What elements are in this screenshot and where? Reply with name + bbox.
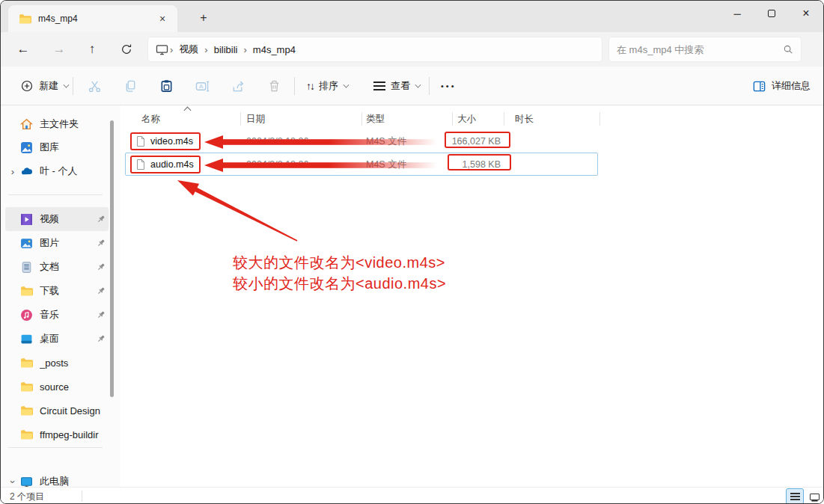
new-tab-button[interactable]: + — [194, 8, 213, 28]
chevron-right-icon[interactable]: › — [5, 166, 20, 177]
sidebar-item-music[interactable]: 音乐 — [5, 303, 109, 327]
toolbar-separator — [429, 77, 430, 95]
large-icons-view-toggle[interactable] — [805, 488, 823, 504]
sidebar-item-documents[interactable]: 文档 — [5, 255, 109, 279]
paste-button[interactable] — [153, 74, 180, 98]
column-header-duration[interactable]: 时长 — [515, 113, 534, 126]
cut-button[interactable] — [82, 74, 108, 98]
sidebar-item-label: 音乐 — [40, 308, 97, 322]
sidebar-item-label: _posts — [40, 357, 109, 369]
search-icon[interactable] — [783, 44, 793, 55]
details-view-toggle[interactable] — [786, 488, 804, 504]
breadcrumb-sep-icon: › — [168, 44, 174, 55]
share-button[interactable] — [225, 74, 251, 98]
minimize-button[interactable]: ─ — [720, 1, 754, 26]
sidebar-divider — [8, 447, 103, 448]
sidebar-item-source[interactable]: source — [5, 375, 109, 399]
column-header-type[interactable]: 类型 — [366, 113, 385, 126]
plus-circle-icon — [20, 79, 34, 93]
folder-icon — [20, 405, 33, 417]
details-view-icon — [790, 496, 800, 497]
folder-icon — [20, 381, 33, 393]
sidebar-item-label: 叶 - 个人 — [40, 165, 109, 178]
column-header-size[interactable]: 大小 — [457, 113, 476, 126]
videos-icon — [20, 213, 33, 226]
toolbar-separator — [294, 77, 295, 95]
tab-close-icon[interactable]: × — [155, 11, 170, 26]
sidebar-item-circuit-design[interactable]: Circuit Design — [5, 399, 109, 422]
sidebar-item-label: 下载 — [40, 284, 97, 298]
sidebar-item-videos[interactable]: 视频 — [5, 207, 109, 231]
sort-arrows-icon: ↑↓ — [306, 80, 314, 92]
forward-button[interactable]: → — [47, 37, 71, 61]
sidebar-item-label: 文档 — [40, 260, 97, 274]
sort-ascending-icon — [184, 107, 192, 114]
breadcrumb-item-m4s_mp4[interactable]: m4s_mp4 — [248, 44, 300, 55]
breadcrumb-item-videos[interactable]: 视频 — [174, 43, 203, 56]
sidebar-item-label: source — [40, 381, 109, 393]
details-pane-label: 详细信息 — [772, 79, 811, 93]
documents-icon — [20, 261, 33, 274]
this-pc-icon[interactable] — [156, 43, 168, 56]
sidebar-item-home[interactable]: 主文件夹 — [5, 112, 109, 136]
sidebar-item-gallery[interactable]: 图库 — [5, 135, 109, 159]
rename-button[interactable]: A — [189, 74, 216, 98]
file-type: M4S 文件 — [366, 154, 406, 176]
list-header: 名称 日期 类型 大小 时长 — [120, 108, 614, 129]
sidebar-item-label: 桌面 — [40, 332, 97, 345]
new-button[interactable]: 新建 — [14, 74, 75, 98]
new-button-label: 新建 — [39, 79, 58, 93]
sort-button[interactable]: ↑↓ 排序 — [300, 74, 355, 98]
annotation-line-2: 较小的文件改名为<audio.m4s> — [233, 273, 446, 294]
ellipsis-icon: ••• — [441, 82, 457, 90]
search-box — [608, 37, 802, 62]
large-icons-view-icon — [810, 494, 820, 500]
maximize-icon — [768, 10, 775, 17]
search-input[interactable] — [617, 44, 783, 55]
paste-icon — [159, 79, 174, 93]
column-header-date[interactable]: 日期 — [246, 113, 265, 126]
pin-icon — [97, 215, 106, 224]
sidebar-item-label: 主文件夹 — [40, 117, 109, 131]
back-button[interactable]: ← — [11, 37, 35, 61]
refresh-button[interactable] — [115, 37, 138, 61]
sidebar-item-posts[interactable]: _posts — [5, 351, 109, 375]
close-button[interactable]: × — [789, 1, 823, 26]
pin-icon — [97, 334, 106, 343]
sidebar: 主文件夹 图库 › 叶 - 个人 视频 图片 — [1, 105, 120, 487]
sidebar-item-label: 视频 — [40, 212, 97, 226]
file-list-area: 名称 日期 类型 大小 时长 video.m4s 2024/3/8 18:26 … — [120, 105, 824, 487]
annotation-text: 较大的文件改名为<video.m4s> 较小的文件改名为<audio.m4s> — [233, 252, 446, 294]
gallery-icon — [20, 141, 33, 154]
maximize-button[interactable] — [754, 1, 789, 26]
pin-icon — [97, 286, 106, 295]
file-date: 2024/3/8 18:26 — [246, 131, 308, 153]
delete-button[interactable] — [261, 74, 287, 98]
annotation-arrow-diagonal — [170, 177, 305, 246]
details-pane-button[interactable]: 详细信息 — [746, 74, 817, 98]
more-button[interactable]: ••• — [435, 74, 463, 98]
breadcrumb-item-bilibili[interactable]: bilibili — [210, 44, 242, 55]
sidebar-item-ffmpeg-building[interactable]: ffmpeg-buildir — [5, 422, 109, 446]
breadcrumb-sep-icon: › — [242, 44, 248, 55]
chevron-down-icon — [64, 82, 70, 87]
cut-icon — [88, 79, 102, 93]
sidebar-item-downloads[interactable]: 下载 — [5, 279, 109, 303]
navigation-bar: ← → ↑ › 视频 › bilibili › m4s_mp4 — [1, 32, 823, 67]
up-button[interactable]: ↑ — [80, 37, 104, 61]
tab-m4s_mp4[interactable]: m4s_mp4 × — [8, 5, 177, 32]
sidebar-item-onedrive[interactable]: › 叶 - 个人 — [5, 159, 109, 183]
sidebar-item-label: ffmpeg-buildir — [40, 429, 109, 440]
column-header-name[interactable]: 名称 — [141, 113, 160, 126]
chevron-down-icon — [344, 82, 350, 87]
sidebar-scrollbar[interactable] — [110, 120, 114, 397]
svg-text:A: A — [199, 83, 204, 90]
sidebar-item-label: Circuit Design — [40, 405, 109, 417]
sidebar-item-label: 图片 — [40, 236, 97, 250]
sidebar-item-pictures[interactable]: 图片 — [5, 231, 109, 255]
breadcrumb-sep-icon: › — [203, 44, 209, 55]
view-button[interactable]: 查看 — [367, 74, 427, 98]
sidebar-item-desktop[interactable]: 桌面 — [5, 327, 109, 351]
copy-button[interactable] — [118, 74, 144, 98]
sidebar-divider — [8, 194, 103, 195]
